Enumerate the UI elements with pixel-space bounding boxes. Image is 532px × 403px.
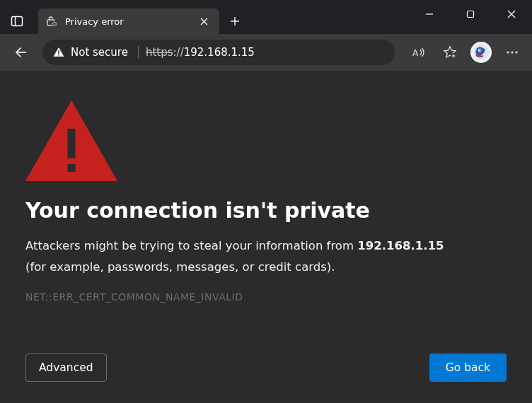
profile-avatar-icon bbox=[470, 42, 492, 63]
window-minimize-button[interactable] bbox=[409, 0, 450, 28]
error-code: NET::ERR_CERT_COMMON_NAME_INVALID bbox=[25, 291, 507, 303]
url-separator: :// bbox=[173, 46, 184, 59]
read-aloud-icon: A bbox=[412, 45, 426, 59]
svg-rect-18 bbox=[58, 54, 59, 56]
svg-point-27 bbox=[479, 49, 480, 51]
tab-close-button[interactable] bbox=[195, 13, 212, 30]
svg-rect-17 bbox=[58, 50, 59, 54]
more-menu-button[interactable] bbox=[499, 40, 525, 65]
svg-rect-0 bbox=[12, 17, 23, 26]
tab-title: Privacy error bbox=[65, 16, 188, 27]
go-back-button[interactable]: Go back bbox=[429, 354, 507, 382]
maximize-icon bbox=[466, 10, 475, 18]
tab-lock-error-icon bbox=[45, 15, 58, 28]
minimize-icon bbox=[425, 10, 434, 18]
toolbar-right: A bbox=[406, 40, 525, 65]
back-button[interactable] bbox=[7, 38, 35, 66]
close-icon bbox=[200, 18, 208, 25]
tab-actions-icon bbox=[10, 14, 24, 28]
advanced-button[interactable]: Advanced bbox=[25, 354, 107, 382]
go-back-button-label: Go back bbox=[446, 361, 490, 374]
svg-rect-33 bbox=[68, 164, 76, 172]
advanced-button-label: Advanced bbox=[39, 361, 93, 374]
error-body-prefix: Attackers might be trying to steal your … bbox=[25, 239, 357, 252]
url-protocol: https bbox=[146, 46, 173, 59]
svg-point-30 bbox=[515, 51, 517, 53]
read-aloud-button[interactable]: A bbox=[406, 40, 432, 65]
security-status-label: Not secure bbox=[71, 46, 128, 59]
window-maximize-button[interactable] bbox=[450, 0, 491, 28]
close-icon bbox=[507, 10, 516, 18]
active-tab[interactable]: Privacy error bbox=[38, 8, 219, 34]
profile-button[interactable] bbox=[468, 40, 494, 65]
window-close-button[interactable] bbox=[491, 0, 532, 28]
button-row: Advanced Go back bbox=[25, 338, 507, 382]
star-add-icon bbox=[443, 45, 457, 59]
svg-point-29 bbox=[511, 51, 513, 53]
browser-toolbar: Not secure https://192.168.1.15 A bbox=[0, 34, 532, 71]
page-content: Your connection isn't private Attackers … bbox=[0, 71, 532, 403]
svg-rect-32 bbox=[68, 129, 76, 158]
window-controls bbox=[409, 0, 532, 34]
warning-triangle-icon bbox=[52, 46, 65, 59]
new-tab-button[interactable] bbox=[224, 10, 246, 33]
url-host: 192.168.1.15 bbox=[184, 46, 255, 59]
url-text: https://192.168.1.15 bbox=[146, 46, 255, 59]
error-body-suffix: (for example, passwords, messages, or cr… bbox=[25, 258, 507, 276]
svg-point-28 bbox=[507, 51, 509, 53]
plus-icon bbox=[230, 16, 240, 26]
error-body-host: 192.168.1.15 bbox=[357, 239, 444, 252]
title-bar: Privacy error bbox=[0, 0, 532, 34]
address-bar[interactable]: Not secure https://192.168.1.15 bbox=[42, 40, 395, 65]
tab-actions-button[interactable] bbox=[0, 14, 30, 34]
ellipsis-icon bbox=[506, 46, 519, 59]
tab-strip: Privacy error bbox=[30, 0, 409, 34]
error-body: Attackers might be trying to steal your … bbox=[25, 237, 507, 255]
svg-text:A: A bbox=[412, 48, 419, 58]
svg-rect-12 bbox=[468, 11, 474, 18]
security-status[interactable]: Not secure bbox=[52, 46, 139, 59]
favorites-button[interactable] bbox=[437, 40, 463, 65]
warning-hero-icon bbox=[25, 100, 507, 181]
back-arrow-icon bbox=[14, 45, 28, 59]
error-heading: Your connection isn't private bbox=[25, 198, 507, 223]
